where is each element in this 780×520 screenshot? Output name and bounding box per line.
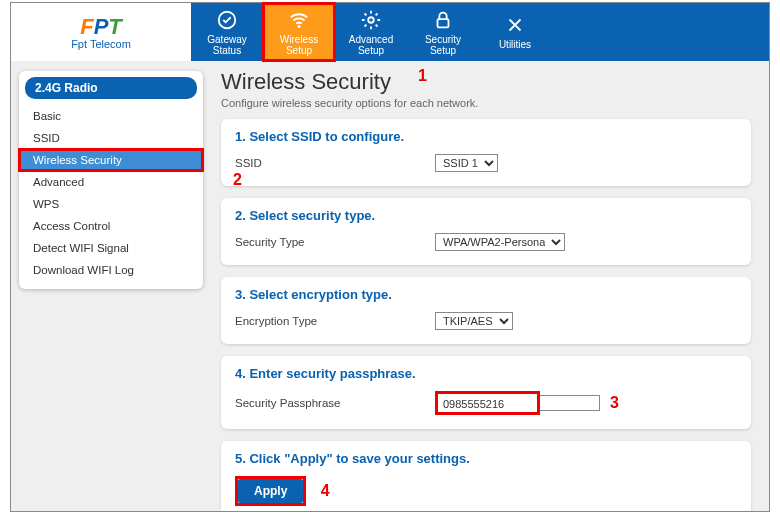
sidebar-item-wps[interactable]: WPS xyxy=(19,193,203,215)
step4-card: 4. Enter security passphrase. Security P… xyxy=(221,356,751,429)
sidebar-item-wireless-security[interactable]: Wireless Security xyxy=(19,149,203,171)
step1-title: 1. Select SSID to configure. xyxy=(235,129,737,144)
main-content: Wireless Security Configure wireless sec… xyxy=(211,61,769,511)
step5-card: 5. Click "Apply" to save your settings. … xyxy=(221,441,751,511)
svg-rect-3 xyxy=(438,19,449,27)
nav-gateway-status[interactable]: GatewayStatus xyxy=(191,3,263,61)
nav-security-setup[interactable]: SecuritySetup xyxy=(407,3,479,61)
logo-subtext: Fpt Telecom xyxy=(71,38,131,50)
sidebar-item-basic[interactable]: Basic xyxy=(19,105,203,127)
step3-title: 3. Select encryption type. xyxy=(235,287,737,302)
tools-icon xyxy=(504,14,526,38)
annotation-3: 3 xyxy=(610,394,619,412)
passphrase-label: Security Passphrase xyxy=(235,397,435,409)
sidebar-item-ssid[interactable]: SSID xyxy=(19,127,203,149)
passphrase-input-ext[interactable] xyxy=(540,395,600,411)
passphrase-input[interactable] xyxy=(440,397,535,411)
gear-icon xyxy=(360,9,382,33)
header: FPT Fpt Telecom GatewayStatus WirelessSe… xyxy=(11,3,769,61)
sidebar-header: 2.4G Radio xyxy=(25,77,197,99)
encryption-type-label: Encryption Type xyxy=(235,315,435,327)
annotation-2: 2 xyxy=(233,171,242,189)
annotation-4: 4 xyxy=(321,482,330,499)
nav-advanced-setup[interactable]: AdvancedSetup xyxy=(335,3,407,61)
step3-card: 3. Select encryption type. Encryption Ty… xyxy=(221,277,751,344)
nav-wireless-setup[interactable]: WirelessSetup xyxy=(263,3,335,61)
logo-main: FPT xyxy=(80,14,122,40)
annotation-1: 1 xyxy=(418,67,427,85)
ssid-label: SSID xyxy=(235,157,435,169)
step2-title: 2. Select security type. xyxy=(235,208,737,223)
page-title: Wireless Security xyxy=(221,69,751,95)
wifi-icon xyxy=(288,9,310,33)
logo: FPT Fpt Telecom xyxy=(11,3,191,61)
sidebar-item-access-control[interactable]: Access Control xyxy=(19,215,203,237)
ssid-select[interactable]: SSID 1 xyxy=(435,154,498,172)
security-type-label: Security Type xyxy=(235,236,435,248)
step4-title: 4. Enter security passphrase. xyxy=(235,366,737,381)
sidebar-item-advanced[interactable]: Advanced xyxy=(19,171,203,193)
page-subtitle: Configure wireless security options for … xyxy=(221,97,751,109)
sidebar-item-detect-wifi[interactable]: Detect WIFI Signal xyxy=(19,237,203,259)
encryption-type-select[interactable]: TKIP/AES xyxy=(435,312,513,330)
check-circle-icon xyxy=(216,9,238,33)
step5-title: 5. Click "Apply" to save your settings. xyxy=(235,451,737,466)
step2-card: 2. Select security type. Security Type W… xyxy=(221,198,751,265)
top-nav: GatewayStatus WirelessSetup AdvancedSetu… xyxy=(191,3,769,61)
svg-point-2 xyxy=(368,17,374,23)
security-type-select[interactable]: WPA/WPA2-Personal xyxy=(435,233,565,251)
lock-icon xyxy=(432,9,454,33)
step1-card: 1. Select SSID to configure. SSID SSID 1 xyxy=(221,119,751,186)
sidebar-item-download-log[interactable]: Download WIFI Log xyxy=(19,259,203,281)
sidebar: 2.4G Radio Basic SSID Wireless Security … xyxy=(11,61,211,511)
svg-point-1 xyxy=(298,25,300,27)
apply-button[interactable]: Apply xyxy=(238,479,303,503)
nav-utilities[interactable]: Utilities xyxy=(479,3,551,61)
